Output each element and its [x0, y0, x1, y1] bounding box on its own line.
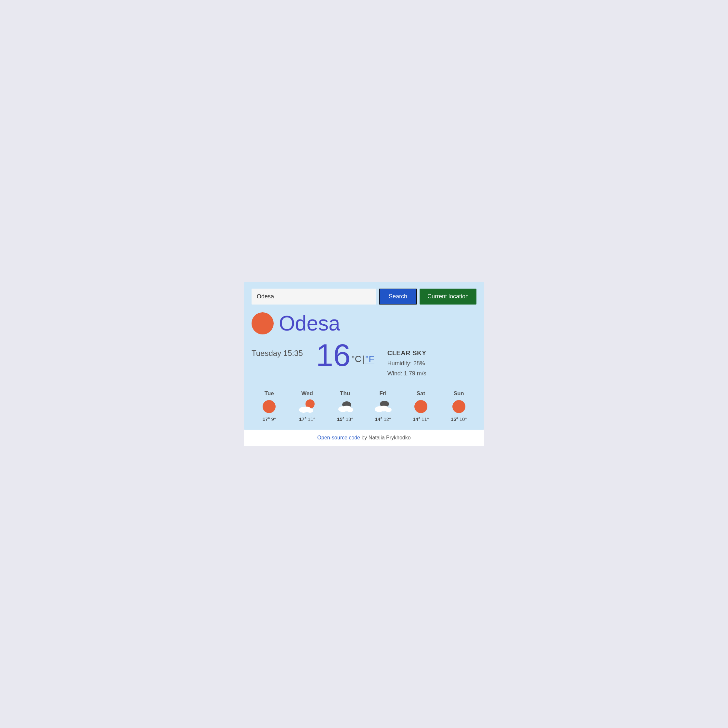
- high-tue: 17°: [263, 416, 270, 422]
- forecast-day-wed: Wed 17° 11°: [289, 390, 325, 422]
- forecast-temps-sat: 14° 11°: [413, 416, 429, 422]
- unit-separator: |: [362, 354, 364, 364]
- forecast-day-fri: Fri 14° 12°: [365, 390, 401, 422]
- city-header: Odesa: [252, 312, 476, 335]
- footer-author: by Natalia Prykhodko: [360, 435, 411, 440]
- sun-icon-tue: [263, 400, 275, 413]
- forecast-day-sat: Sat 14° 11°: [403, 390, 439, 422]
- low-sun: 10°: [460, 416, 467, 422]
- day-label-sat: Sat: [417, 390, 425, 397]
- temperature-value: 16: [316, 340, 351, 371]
- high-thu: 15°: [337, 416, 344, 422]
- sun-icon: [252, 312, 274, 335]
- low-tue: 9°: [271, 416, 276, 422]
- weather-details: CLEAR SKY Humidity: 28% Wind: 1.79 m/s: [387, 340, 427, 378]
- forecast-temps-tue: 17° 9°: [263, 416, 276, 422]
- city-name: Odesa: [279, 313, 340, 334]
- day-label-thu: Thu: [340, 390, 350, 397]
- forecast-day-tue: Tue 17° 9°: [252, 390, 287, 422]
- forecast-row: Tue 17° 9° Wed: [252, 390, 476, 422]
- forecast-day-thu: Thu 15° 13°: [327, 390, 363, 422]
- forecast-icon-wed: [298, 399, 316, 414]
- forecast-temps-wed: 17° 11°: [299, 416, 315, 422]
- weather-card: Search Current location Odesa Tuesday 15…: [244, 282, 484, 430]
- unit-celsius[interactable]: °C: [351, 354, 361, 364]
- day-label-tue: Tue: [265, 390, 274, 397]
- svg-point-3: [307, 408, 313, 413]
- partly-cloudy-icon-wed: [298, 399, 316, 414]
- temperature-block: 16 °C | °F: [316, 340, 375, 371]
- sun-icon-sat: [414, 400, 427, 413]
- high-fri: 14°: [375, 416, 382, 422]
- current-location-button[interactable]: Current location: [419, 289, 476, 304]
- forecast-temps-fri: 14° 12°: [375, 416, 391, 422]
- forecast-icon-fri: [374, 399, 392, 414]
- low-thu: 13°: [346, 416, 353, 422]
- svg-point-7: [347, 408, 353, 412]
- date-time: Tuesday 15:35: [252, 340, 303, 358]
- unit-fahrenheit[interactable]: °F: [365, 354, 374, 364]
- low-fri: 12°: [384, 416, 391, 422]
- cloudy-dark-icon-thu: [336, 399, 354, 414]
- day-label-sun: Sun: [454, 390, 464, 397]
- low-wed: 11°: [308, 416, 315, 422]
- search-row: Search Current location: [252, 289, 476, 304]
- footer: Open-source code by Natalia Prykhodko: [244, 430, 484, 446]
- page-wrapper: Search Current location Odesa Tuesday 15…: [231, 263, 497, 465]
- forecast-icon-thu: [336, 399, 354, 414]
- wind-label: Wind: 1.79 m/s: [387, 369, 427, 379]
- sun-icon-sun: [453, 400, 465, 413]
- day-label-wed: Wed: [301, 390, 313, 397]
- svg-point-11: [385, 408, 392, 412]
- weather-condition: CLEAR SKY: [387, 347, 427, 358]
- day-label-fri: Fri: [379, 390, 387, 397]
- low-sat: 11°: [422, 416, 429, 422]
- search-input[interactable]: [252, 289, 376, 304]
- high-sat: 14°: [413, 416, 420, 422]
- forecast-temps-sun: 15° 10°: [451, 416, 467, 422]
- high-sun: 15°: [451, 416, 458, 422]
- search-button[interactable]: Search: [379, 289, 417, 304]
- divider: [252, 385, 476, 385]
- forecast-temps-thu: 15° 13°: [337, 416, 353, 422]
- humidity-label: Humidity: 28%: [387, 358, 427, 369]
- forecast-day-sun: Sun 15° 10°: [441, 390, 476, 422]
- high-wed: 17°: [299, 416, 306, 422]
- forecast-icon-tue: [260, 399, 278, 414]
- forecast-icon-sun: [450, 399, 468, 414]
- open-source-link[interactable]: Open-source code: [317, 435, 360, 440]
- temperature-units: °C | °F: [351, 354, 375, 371]
- forecast-icon-sat: [412, 399, 430, 414]
- current-weather: Tuesday 15:35 16 °C | °F CLEAR SKY Humid…: [252, 340, 476, 378]
- cloudy-dark-icon-fri: [374, 399, 392, 414]
